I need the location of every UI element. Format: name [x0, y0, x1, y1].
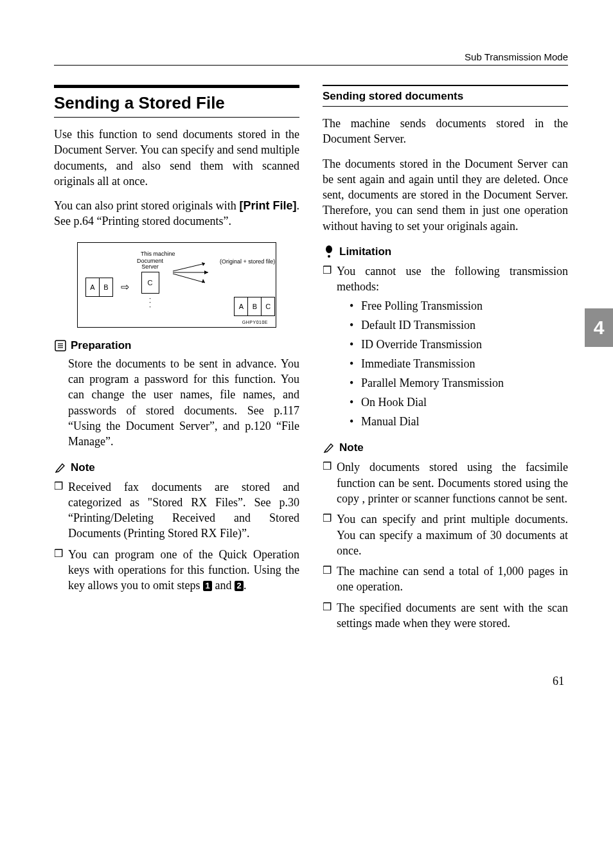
- limitation-item: Default ID Transmission: [350, 317, 568, 333]
- left-column: Sending a Stored File Use this function …: [54, 85, 299, 636]
- limitation-item: Parallel Memory Transmission: [350, 375, 568, 391]
- note-item: The specified documents are sent with th…: [323, 600, 568, 632]
- intro-paragraph-1: Use this function to send documents stor…: [54, 127, 299, 189]
- limitation-heading: Limitation: [323, 245, 568, 258]
- fan-arrows-icon: [170, 258, 215, 290]
- limitation-item: Manual Dial: [350, 413, 568, 430]
- svg-marker-5: [202, 279, 205, 283]
- vertical-dots-icon: ···: [137, 296, 163, 309]
- svg-line-2: [173, 274, 205, 283]
- note-icon: [323, 441, 335, 454]
- step-2-icon: 2: [235, 581, 244, 591]
- limitation-bullets: Free Polling Transmission Default ID Tra…: [350, 297, 568, 430]
- limitation-item: On Hook Dial: [350, 394, 568, 411]
- diagram-page-b: B: [99, 278, 113, 297]
- svg-marker-4: [204, 270, 208, 274]
- limitation-heading-text: Limitation: [339, 245, 391, 258]
- right-p2: The documents stored in the Document Ser…: [323, 156, 568, 234]
- note2-pre: You can program one of the Quick Operati…: [68, 548, 299, 592]
- intro-paragraph-2: You can also print stored originals with…: [54, 198, 299, 229]
- diagram-this-machine-label: This machine: [141, 251, 268, 257]
- diagram-doc-server-label: Document Server: [137, 258, 163, 270]
- svg-point-11: [328, 255, 330, 258]
- note-heading-left-text: Note: [71, 461, 95, 474]
- note-heading-left: Note: [54, 461, 299, 474]
- note-heading-right-text: Note: [339, 441, 364, 454]
- note-item: You can program one of the Quick Operati…: [54, 547, 299, 594]
- sub-heading: Sending stored documents: [323, 85, 568, 107]
- print-file-label: [Print File]: [239, 199, 296, 212]
- note-heading-right: Note: [323, 441, 568, 454]
- limitation-item: Free Polling Transmission: [350, 297, 568, 314]
- step-1-icon: 1: [203, 581, 212, 591]
- running-header: Sub Transmission Mode: [54, 51, 568, 66]
- diagram-caption: GHPY010E: [85, 320, 268, 324]
- diagram-orig-stored-label: (Original + stored file): [220, 258, 275, 265]
- limitation-intro-text: You cannot use the following transmissio…: [337, 265, 568, 293]
- note-icon: [54, 461, 67, 474]
- note-item: Only documents stored using the facsimil…: [323, 459, 568, 506]
- intro2-pre: You can also print stored originals with: [54, 199, 239, 212]
- diagram-out-c: C: [261, 297, 275, 316]
- preparation-heading-text: Preparation: [71, 339, 131, 352]
- preparation-heading: Preparation: [54, 339, 299, 352]
- limitation-icon: [323, 245, 335, 258]
- note2-post: .: [244, 579, 247, 592]
- limitation-intro: You cannot use the following transmissio…: [323, 263, 568, 430]
- note-item: The machine can send a total of 1,000 pa…: [323, 563, 568, 595]
- diagram: This machine A B ⇨ Document Server C ···: [77, 242, 276, 328]
- diagram-server-box: C: [141, 272, 159, 294]
- chapter-tab: 4: [585, 308, 613, 347]
- note-list-left: Received fax documents are stored and ca…: [54, 479, 299, 594]
- diagram-out-a: A: [234, 297, 248, 316]
- page-number: 61: [54, 675, 568, 688]
- note-list-right: Only documents stored using the facsimil…: [323, 459, 568, 631]
- right-p1: The machine sends documents stored in th…: [323, 116, 568, 147]
- arrow-right-icon: ⇨: [120, 281, 130, 293]
- diagram-out-b: B: [247, 297, 262, 316]
- diagram-page-a: A: [85, 278, 100, 297]
- limitation-list: You cannot use the following transmissio…: [323, 263, 568, 430]
- svg-point-10: [326, 245, 332, 253]
- note2-mid: and: [212, 579, 235, 592]
- limitation-item: Immediate Transmission: [350, 355, 568, 372]
- note-item: You can specify and print multiple docum…: [323, 511, 568, 558]
- limitation-item: ID Override Transmission: [350, 336, 568, 353]
- note-item: Received fax documents are stored and ca…: [54, 479, 299, 542]
- preparation-icon: [54, 339, 67, 352]
- preparation-body: Store the documents to be sent in advanc…: [68, 356, 299, 450]
- section-title: Sending a Stored File: [54, 85, 299, 118]
- svg-line-0: [173, 263, 205, 271]
- right-column: Sending stored documents The machine sen…: [323, 85, 568, 636]
